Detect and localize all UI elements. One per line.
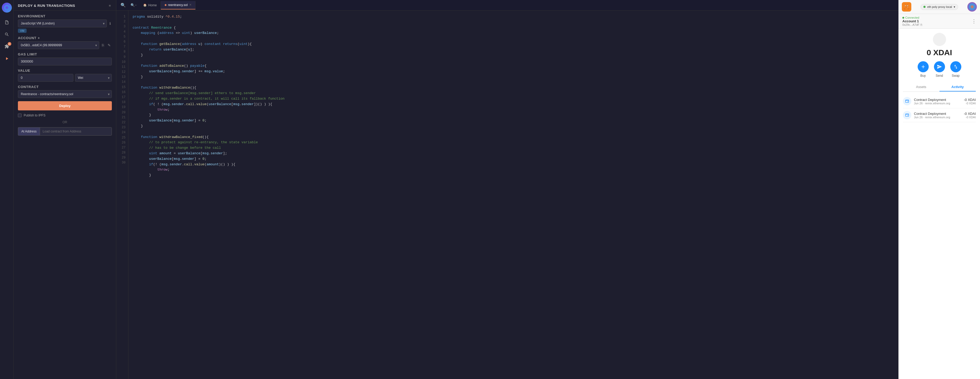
mm-more-options-button[interactable]: ⋮ <box>972 18 976 24</box>
value-label: VALUE <box>18 68 112 73</box>
code-line-7: return userBalance[u]; <box>133 47 894 52</box>
mm-tabs: Assets Activity <box>903 83 976 92</box>
code-line-9 <box>133 58 894 63</box>
environment-label: ENVIRONMENT <box>18 14 112 18</box>
tab-home[interactable]: 🏠 Home <box>140 1 161 9</box>
mm-tx-amount-main-1: -0 XDAI <box>964 98 976 102</box>
code-line-14: function withdrawBalance(){ <box>133 85 894 91</box>
sidebar-item-search[interactable] <box>2 29 12 40</box>
gas-limit-input[interactable] <box>18 57 112 65</box>
mm-tx-amount-main-2: -0 XDAI <box>964 112 976 116</box>
code-line-8: } <box>133 52 894 58</box>
panel-settings-button[interactable]: ≡ <box>108 4 112 8</box>
contract-select[interactable]: Reentrance - contracts/reentrancy.sol <box>18 90 112 98</box>
value-input[interactable] <box>18 74 73 82</box>
editor-toolbar: 🔍 🔍− 🏠 Home ◆ reentrancy.sol ✕ <box>116 0 899 11</box>
code-line-10: function addToBalance() payable{ <box>133 63 894 69</box>
code-line-3: contract Reentrance { <box>133 25 894 31</box>
code-line-17: if( ! (msg.sender.call.value(userBalance… <box>133 102 894 107</box>
zoom-in-button[interactable]: 🔍 <box>118 2 128 9</box>
tab-reentrancy[interactable]: ◆ reentrancy.sol ✕ <box>161 1 196 10</box>
zoom-out-button[interactable]: 🔍− <box>129 2 139 8</box>
code-line-1: pragma solidity ^0.4.15; <box>133 14 894 20</box>
code-line-5 <box>133 36 894 41</box>
close-reentrancy-tab[interactable]: ✕ <box>189 3 192 6</box>
mm-tx-title-1: Contract Deployment <box>914 98 961 102</box>
mm-send-circle <box>934 61 945 72</box>
value-unit-select[interactable]: Wei Gwei Finney Ether <box>75 74 112 82</box>
publish-checkbox[interactable] <box>18 114 22 117</box>
mm-tx-amount-sub-2: -0 XDAI <box>964 116 976 119</box>
code-line-18: throw; <box>133 107 894 113</box>
network-status-dot <box>923 6 926 8</box>
at-address-row: At Address <box>18 127 112 136</box>
value-unit-wrapper: Wei Gwei Finney Ether ▾ <box>75 74 112 82</box>
code-line-19: } <box>133 113 894 118</box>
mm-account-address: 0x29c...A7dF ⎘ <box>902 23 923 26</box>
code-line-21: } <box>133 124 894 129</box>
sidebar-item-plugins[interactable]: 4 <box>2 41 12 52</box>
code-line-12: } <box>133 75 894 80</box>
publish-label: Publish to IPFS <box>24 114 46 117</box>
mm-account-name: Account 1 <box>902 19 923 23</box>
svg-point-0 <box>4 5 10 10</box>
environment-field: ENVIRONMENT JavaScript VM (London) ▾ ℹ V… <box>18 14 112 33</box>
environment-select[interactable]: JavaScript VM (London) <box>18 19 107 27</box>
contract-select-wrapper: Reentrance - contracts/reentrancy.sol ▾ <box>18 90 112 98</box>
code-line-25: // has to be change before the call <box>133 145 894 151</box>
contract-field: CONTRACT Reentrance - contracts/reentran… <box>18 85 112 98</box>
connected-dot <box>902 17 904 19</box>
deploy-button[interactable]: Deploy <box>18 101 112 110</box>
mm-tx-amount-2: -0 XDAI -0 XDAI <box>964 112 976 119</box>
mm-buy-label: Buy <box>920 74 926 78</box>
edit-account-button[interactable]: ✎ <box>107 42 112 48</box>
code-content: pragma solidity ^0.4.15; contract Reentr… <box>129 11 899 379</box>
code-line-26: uint amount = userBalance[msg.sender]; <box>133 151 894 156</box>
code-editor: 12345 678910 1112131415 1617181920 21222… <box>116 11 899 379</box>
environment-info-button[interactable]: ℹ <box>108 22 112 25</box>
mm-network-chevron: ▾ <box>954 5 955 9</box>
gas-limit-label: GAS LIMIT <box>18 52 112 56</box>
mm-account-details: Connected Account 1 0x29c...A7dF ⎘ <box>902 16 923 26</box>
account-select-wrapper: 0x5B3...eddC4 (99.99999999 ▾ <box>18 41 99 49</box>
mm-network-selector[interactable]: eth poly proxy local ▾ <box>921 4 958 10</box>
metamask-panel: eth poly proxy local ▾ Connected Acco <box>899 0 980 379</box>
copy-address-icon[interactable]: ⎘ <box>921 23 923 26</box>
mm-tx-info-1: Contract Deployment Jun 26 · remix.ether… <box>914 98 961 105</box>
code-line-29: throw; <box>133 167 894 173</box>
sidebar: 4 <box>0 0 14 379</box>
home-tab-label: Home <box>148 3 157 7</box>
mm-tx-amount-sub-1: -0 XDAI <box>964 102 976 105</box>
sidebar-item-files[interactable] <box>2 17 12 27</box>
mm-balance: 0 XDAI <box>927 48 952 57</box>
mm-connected-status: Connected <box>902 16 923 19</box>
line-numbers: 12345 678910 1112131415 1617181920 21222… <box>116 11 129 379</box>
mm-buy-action[interactable]: Buy <box>918 61 929 78</box>
add-account-icon[interactable]: + <box>38 36 40 40</box>
code-line-13 <box>133 80 894 86</box>
svg-point-11 <box>908 6 908 6</box>
account-select[interactable]: 0x5B3...eddC4 (99.99999999 <box>18 41 99 49</box>
metamask-logo <box>902 2 911 11</box>
at-address-input[interactable] <box>40 127 112 136</box>
mm-swap-action[interactable]: Swap <box>950 61 961 78</box>
code-line-16: // if mgs.sender is a contract, it will … <box>133 96 894 102</box>
mm-tx-info-2: Contract Deployment Jun 26 · remix.ether… <box>914 112 961 119</box>
app-logo <box>2 3 12 13</box>
mm-tx-icon-1 <box>903 97 911 105</box>
at-address-button[interactable]: At Address <box>18 127 40 136</box>
mm-swap-label: Swap <box>951 74 959 78</box>
mm-tx-date-1: Jun 26 · remix.ethereum.org <box>914 102 961 105</box>
mm-tx-icon-2 <box>903 111 911 119</box>
vm-badge: VM <box>18 29 27 33</box>
sidebar-item-deploy[interactable] <box>2 54 12 63</box>
mm-transaction-2: Contract Deployment Jun 26 · remix.ether… <box>903 108 976 122</box>
mm-send-action[interactable]: Send <box>934 61 945 78</box>
mm-tab-activity[interactable]: Activity <box>939 83 976 92</box>
plugins-badge: 4 <box>8 42 11 46</box>
mm-tab-assets[interactable]: Assets <box>903 83 939 92</box>
copy-account-button[interactable]: ⎘ <box>101 42 105 48</box>
mm-tx-title-2: Contract Deployment <box>914 112 961 116</box>
mm-account-bar: Connected Account 1 0x29c...A7dF ⎘ ⋮ <box>899 14 980 29</box>
mm-tx-date-2: Jun 26 · remix.ethereum.org <box>914 116 961 119</box>
